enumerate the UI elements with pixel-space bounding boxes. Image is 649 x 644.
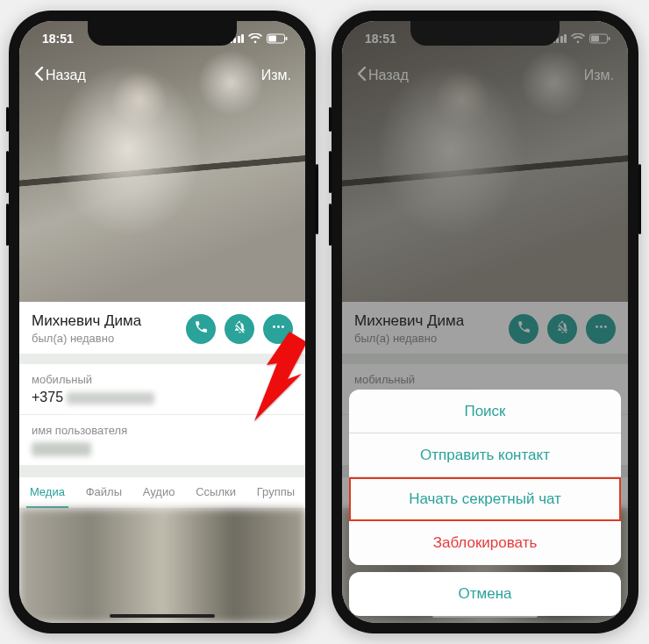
mute-button[interactable] xyxy=(225,314,254,344)
edit-button[interactable]: Изм. xyxy=(261,68,291,83)
battery-icon xyxy=(267,33,288,44)
home-indicator[interactable] xyxy=(110,614,215,618)
sheet-item-search[interactable]: Поиск xyxy=(349,390,621,433)
dots-horizontal-icon xyxy=(271,319,286,338)
redacted-username xyxy=(32,442,91,456)
volume-down xyxy=(6,204,9,246)
username-section[interactable]: имя пользователя xyxy=(19,415,305,465)
phone-section[interactable]: мобильный +375 xyxy=(19,364,305,414)
more-button[interactable] xyxy=(263,314,293,344)
sheet-cancel-button[interactable]: Отмена xyxy=(349,572,621,616)
wifi-icon xyxy=(248,33,262,44)
back-label: Назад xyxy=(46,68,86,83)
username-label: имя пользователя xyxy=(32,424,293,437)
action-sheet: Поиск Отправить контакт Начать секретный… xyxy=(349,390,621,616)
phone-icon xyxy=(194,319,209,338)
power-button xyxy=(638,164,641,234)
contact-status: был(а) недавно xyxy=(32,332,141,345)
media-grid[interactable] xyxy=(19,509,305,623)
svg-point-4 xyxy=(277,326,280,328)
svg-rect-1 xyxy=(268,36,276,42)
notch xyxy=(88,21,237,46)
sheet-item-block[interactable]: Заблокировать xyxy=(349,521,621,565)
back-button[interactable]: Назад xyxy=(33,66,86,85)
volume-up xyxy=(6,151,9,193)
contact-name: Михневич Дима xyxy=(32,312,141,330)
phone-frame-right: 18:51 Назад Изм. xyxy=(332,11,638,633)
chevron-left-icon xyxy=(33,66,44,85)
bell-slash-icon xyxy=(232,319,247,338)
sheet-item-secret-chat[interactable]: Начать секретный чат xyxy=(349,477,621,521)
phone-label: мобильный xyxy=(32,373,293,386)
redacted-phone xyxy=(67,392,154,404)
sheet-item-send-contact[interactable]: Отправить контакт xyxy=(349,433,621,477)
tab-links[interactable]: Ссылки xyxy=(192,477,239,508)
phone-frame-left: 18:51 Назад Изм. xyxy=(9,11,316,633)
screen-left: 18:51 Назад Изм. xyxy=(19,21,305,623)
status-time: 18:51 xyxy=(42,32,74,46)
tab-audio[interactable]: Аудио xyxy=(139,477,179,508)
mute-switch xyxy=(329,107,332,132)
power-button xyxy=(316,164,318,234)
call-button[interactable] xyxy=(186,314,216,344)
tab-media[interactable]: Медиа xyxy=(26,477,68,508)
contact-info-row: Михневич Дима был(а) недавно xyxy=(19,302,305,354)
volume-down xyxy=(329,204,332,246)
contact-photo: Назад Изм. xyxy=(19,21,305,302)
nav-bar: Назад Изм. xyxy=(19,60,305,91)
svg-point-5 xyxy=(281,326,283,328)
mute-switch xyxy=(6,107,9,132)
action-sheet-group: Поиск Отправить контакт Начать секретный… xyxy=(349,390,621,565)
phone-value: +375 xyxy=(32,390,293,405)
tab-groups[interactable]: Группы xyxy=(253,477,298,508)
tab-files[interactable]: Файлы xyxy=(82,477,125,508)
screen-right: 18:51 Назад Изм. xyxy=(342,21,628,623)
svg-point-3 xyxy=(273,326,275,328)
media-tabs: Медиа Файлы Аудио Ссылки Группы xyxy=(19,477,305,509)
volume-up xyxy=(329,151,332,193)
svg-rect-2 xyxy=(286,37,288,40)
